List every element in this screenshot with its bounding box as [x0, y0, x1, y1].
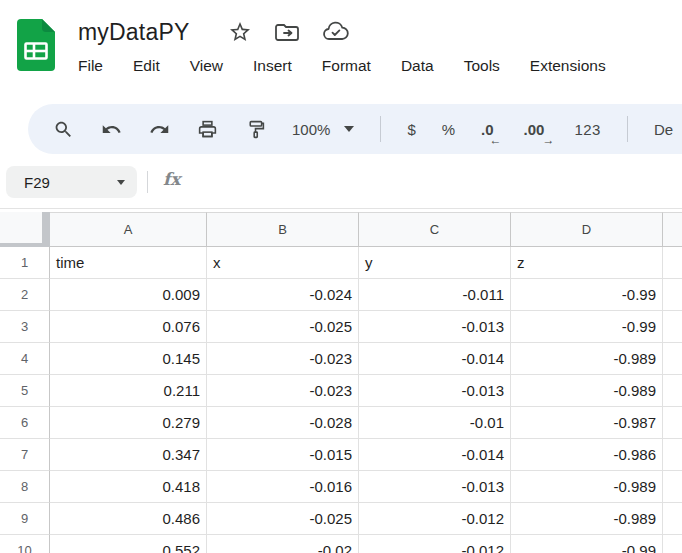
row-header-3[interactable]: 3 — [0, 311, 50, 343]
cell-A6[interactable]: 0.279 — [50, 407, 207, 439]
search-icon[interactable] — [52, 118, 74, 140]
cell-C8[interactable]: -0.013 — [359, 471, 511, 503]
undo-icon[interactable] — [100, 118, 122, 140]
cell-D6[interactable]: -0.987 — [511, 407, 663, 439]
cell-E1[interactable] — [663, 247, 682, 279]
menu-tools[interactable]: Tools — [464, 57, 500, 75]
row-header-4[interactable]: 4 — [0, 343, 50, 375]
menu-file[interactable]: File — [78, 57, 103, 75]
decrease-decimal-button[interactable]: .0← — [481, 121, 498, 138]
cell-E3[interactable] — [663, 311, 682, 343]
cell-E10[interactable] — [663, 535, 682, 553]
column-header-d[interactable]: D — [511, 212, 663, 247]
row-header-1[interactable]: 1 — [0, 247, 50, 279]
print-icon[interactable] — [196, 118, 218, 140]
sheets-logo-icon[interactable] — [16, 18, 56, 72]
cell-E2[interactable] — [663, 279, 682, 311]
format-percent-button[interactable]: % — [442, 121, 455, 138]
cell-C9[interactable]: -0.012 — [359, 503, 511, 535]
cell-C2[interactable]: -0.011 — [359, 279, 511, 311]
cell-A7[interactable]: 0.347 — [50, 439, 207, 471]
select-all-corner[interactable] — [0, 212, 50, 247]
cell-C3[interactable]: -0.013 — [359, 311, 511, 343]
move-folder-icon[interactable] — [274, 20, 300, 44]
cell-A10[interactable]: 0.552 — [50, 535, 207, 553]
cell-E4[interactable] — [663, 343, 682, 375]
cell-A5[interactable]: 0.211 — [50, 375, 207, 407]
cell-D4[interactable]: -0.989 — [511, 343, 663, 375]
menu-data[interactable]: Data — [401, 57, 434, 75]
row-header-6[interactable]: 6 — [0, 407, 50, 439]
cell-D8[interactable]: -0.989 — [511, 471, 663, 503]
table-row: 40.145-0.023-0.014-0.989 — [0, 343, 682, 375]
right-arrow-icon: → — [542, 133, 554, 147]
cell-D2[interactable]: -0.99 — [511, 279, 663, 311]
menu-view[interactable]: View — [190, 57, 223, 75]
row-header-7[interactable]: 7 — [0, 439, 50, 471]
fx-icon: fx — [163, 169, 180, 189]
column-header-e[interactable]: E — [663, 212, 682, 247]
paint-format-icon[interactable] — [244, 118, 266, 140]
row-header-8[interactable]: 8 — [0, 471, 50, 503]
left-arrow-icon: ← — [490, 133, 502, 147]
cell-B8[interactable]: -0.016 — [207, 471, 359, 503]
zoom-select[interactable]: 100% — [292, 121, 354, 138]
increase-decimal-button[interactable]: .00→ — [524, 121, 549, 138]
cell-B4[interactable]: -0.023 — [207, 343, 359, 375]
cell-D5[interactable]: -0.989 — [511, 375, 663, 407]
menu-format[interactable]: Format — [322, 57, 371, 75]
cloud-saved-icon[interactable] — [322, 20, 350, 44]
cell-E9[interactable] — [663, 503, 682, 535]
cell-A1[interactable]: time — [50, 247, 207, 279]
star-icon[interactable] — [228, 20, 252, 44]
document-title[interactable]: myDataPY — [78, 19, 190, 46]
font-select[interactable]: De — [654, 121, 673, 138]
cell-B10[interactable]: -0.02 — [207, 535, 359, 553]
column-header-c[interactable]: C — [359, 212, 511, 247]
cell-B9[interactable]: -0.025 — [207, 503, 359, 535]
format-currency-button[interactable]: $ — [407, 121, 415, 138]
menu-insert[interactable]: Insert — [253, 57, 292, 75]
redo-icon[interactable] — [148, 118, 170, 140]
cell-B2[interactable]: -0.024 — [207, 279, 359, 311]
top-bar: myDataPY FileEditViewIns — [0, 0, 682, 96]
table-row: 30.076-0.025-0.013-0.99 — [0, 311, 682, 343]
cell-A2[interactable]: 0.009 — [50, 279, 207, 311]
menu-extensions[interactable]: Extensions — [530, 57, 606, 75]
column-header-a[interactable]: A — [50, 212, 207, 247]
cell-E5[interactable] — [663, 375, 682, 407]
cell-B5[interactable]: -0.023 — [207, 375, 359, 407]
cell-D7[interactable]: -0.986 — [511, 439, 663, 471]
zoom-value: 100% — [292, 121, 330, 138]
cell-E6[interactable] — [663, 407, 682, 439]
cell-B1[interactable]: x — [207, 247, 359, 279]
row-header-2[interactable]: 2 — [0, 279, 50, 311]
cell-A4[interactable]: 0.145 — [50, 343, 207, 375]
cell-B6[interactable]: -0.028 — [207, 407, 359, 439]
cell-C7[interactable]: -0.014 — [359, 439, 511, 471]
cell-A3[interactable]: 0.076 — [50, 311, 207, 343]
more-formats-button[interactable]: 123 — [574, 121, 601, 138]
cell-A9[interactable]: 0.486 — [50, 503, 207, 535]
cell-D10[interactable]: -0.99 — [511, 535, 663, 553]
cell-C5[interactable]: -0.013 — [359, 375, 511, 407]
cell-D9[interactable]: -0.989 — [511, 503, 663, 535]
cell-D3[interactable]: -0.99 — [511, 311, 663, 343]
cell-B3[interactable]: -0.025 — [207, 311, 359, 343]
cell-C1[interactable]: y — [359, 247, 511, 279]
column-header-b[interactable]: B — [207, 212, 359, 247]
cell-C4[interactable]: -0.014 — [359, 343, 511, 375]
cell-D1[interactable]: z — [511, 247, 663, 279]
row-header-9[interactable]: 9 — [0, 503, 50, 535]
cell-C6[interactable]: -0.01 — [359, 407, 511, 439]
cell-B7[interactable]: -0.015 — [207, 439, 359, 471]
cell-A8[interactable]: 0.418 — [50, 471, 207, 503]
sheets-window: myDataPY FileEditViewIns — [0, 0, 682, 553]
cell-E8[interactable] — [663, 471, 682, 503]
menu-edit[interactable]: Edit — [133, 57, 160, 75]
cell-E7[interactable] — [663, 439, 682, 471]
row-header-10[interactable]: 10 — [0, 535, 50, 553]
name-box[interactable]: F29 — [6, 166, 137, 198]
cell-C10[interactable]: -0.012 — [359, 535, 511, 553]
row-header-5[interactable]: 5 — [0, 375, 50, 407]
